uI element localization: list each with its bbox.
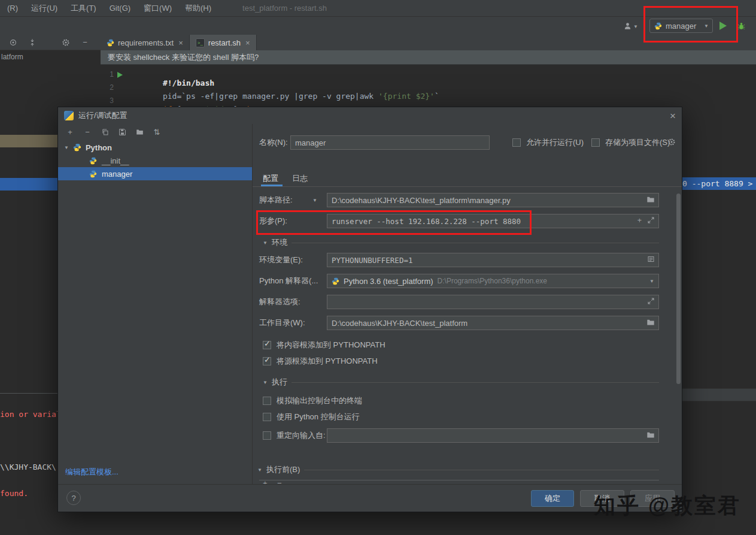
tree-item-python-root[interactable]: ▼ Python [58,141,252,154]
section-collapse-icon: ▼ [263,380,268,385]
parameters-input[interactable]: runserver --host 192.168.2.228 --port 88… [327,214,659,228]
run-gutter-icon[interactable] [117,72,123,78]
debug-bug-icon[interactable] [736,21,746,31]
script-path-input[interactable]: D:\codehaus\KJHY-BACK\test_platform\mana… [327,193,659,207]
python-console-checkbox[interactable] [263,413,271,421]
collapse-all-icon[interactable] [28,38,37,47]
allow-parallel-checkbox[interactable] [512,138,521,147]
name-input[interactable]: manager [290,135,490,150]
run-config-selector[interactable]: manager ▼ [649,19,713,33]
menu-item-r[interactable]: (R) [7,4,18,13]
expander-icon[interactable]: ▼ [64,145,69,150]
workdir-value: D:\codehaus\KJHY-BACK\test_platform [332,319,467,328]
insert-macro-icon[interactable]: + [637,216,642,225]
interpreter-label: Python 解释器(... [259,274,318,288]
add-content-roots-checkbox[interactable] [263,341,271,349]
section-rule [292,243,659,243]
folder-browse-icon[interactable] [646,431,655,441]
expand-field-icon[interactable] [647,216,655,226]
section-rule [304,470,659,470]
redirect-input-path[interactable] [327,428,659,443]
close-icon[interactable]: × [245,38,250,47]
line-number: 1 [102,70,114,78]
help-button[interactable]: ? [66,491,81,505]
env-vars-input[interactable]: PYTHONUNBUFFERED=1 [327,253,659,267]
tabs-divider [253,186,682,187]
python-console-row: 使用 Python 控制台运行 [263,412,360,422]
dialog-scrollbar[interactable] [676,194,681,384]
section-execution[interactable]: ▼ 执行 [263,377,659,388]
menu-item-run[interactable]: 运行(U) [31,3,57,14]
env-vars-list-icon[interactable] [647,255,655,265]
store-project-checkbox[interactable] [591,138,600,147]
tree-item-label: __init__ [102,156,129,165]
workdir-label: 工作目录(W): [259,316,305,330]
editor-tab-bar: requirements.txt × >_ restart.sh × [101,35,756,51]
python-icon [72,143,82,152]
line-number: 3 [102,96,114,105]
chevron-down-icon[interactable]: ▼ [312,198,317,203]
parameters-label: 形参(P): [259,214,287,228]
tree-item-init[interactable]: __init__ [58,154,252,167]
hide-panel-icon[interactable]: − [80,38,90,47]
emulate-terminal-checkbox[interactable] [263,397,271,405]
menu-item-window[interactable]: 窗口(W) [144,3,172,14]
folder-browse-icon[interactable] [646,195,655,205]
emulate-terminal-label[interactable]: 模拟输出控制台中的终端 [277,395,362,406]
section-environment[interactable]: ▼ 环境 [263,237,659,248]
save-config-icon[interactable] [117,127,127,137]
menu-bar: (R) 运行(U) 工具(T) Git(G) 窗口(W) 帮助(H) test_… [0,0,756,17]
edit-templates-link[interactable]: 编辑配置模板... [65,467,119,477]
interp-options-label: 解释器选项: [259,295,300,309]
interpreter-select[interactable]: Python 3.6 (test_platform) D:\Programs\P… [327,274,659,288]
gear-icon[interactable] [667,137,676,147]
chevron-down-icon: ▼ [704,23,709,29]
workdir-input[interactable]: D:\codehaus\KJHY-BACK\test_platform [327,316,659,330]
add-content-roots-label[interactable]: 将内容根添加到 PYTHONPATH [277,340,385,350]
user-icon[interactable] [623,21,632,31]
interpreter-path: D:\Programs\Python36\python.exe [438,277,547,285]
menu-item-tools[interactable]: 工具(T) [71,3,96,14]
sort-configs-icon[interactable]: ⇅ [152,127,162,137]
expand-field-icon[interactable] [647,297,655,307]
redirect-input-checkbox[interactable] [263,431,271,440]
redirect-input-label[interactable]: 重定向输入自: [277,430,326,441]
python-icon [88,156,98,165]
run-button[interactable] [719,22,727,30]
section-before-launch[interactable]: ▼ 执行前(B) [257,464,659,475]
tab-requirements[interactable]: requirements.txt × [101,35,190,50]
add-source-roots-checkbox[interactable] [263,357,271,365]
tool-window-header-fragment [682,388,756,401]
menu-item-help[interactable]: 帮助(H) [185,3,211,14]
tab-logs[interactable]: 日志 [292,173,308,184]
interp-options-input[interactable] [327,295,659,309]
close-icon[interactable]: × [178,38,183,47]
chevron-down-icon: ▼ [649,279,654,284]
project-tree-partial-label: latform [1,53,23,61]
main-toolbar: ▼ manager ▼ [0,17,756,35]
config-tree-toolbar: + − ⇅ [58,124,252,140]
add-source-roots-label[interactable]: 将源根添加到 PYTHONPATH [277,356,378,367]
add-config-icon[interactable]: + [65,127,75,137]
copy-config-icon[interactable] [100,127,110,137]
env-vars-label: 环境变量(E): [259,253,303,267]
remove-config-icon[interactable]: − [83,127,92,137]
locate-file-icon[interactable] [8,38,18,47]
notification-banner: 要安装 shellcheck 来验证您的 shell 脚本吗? [101,50,756,65]
python-console-label[interactable]: 使用 Python 控制台运行 [277,412,360,422]
section-collapse-icon: ▼ [257,467,262,473]
menu-item-git[interactable]: Git(G) [110,4,130,13]
run-config-name: manager [666,22,696,31]
folder-browse-icon[interactable] [646,318,655,328]
close-icon[interactable]: × [670,111,676,121]
tree-item-manager[interactable]: manager [58,167,252,180]
allow-parallel-label[interactable]: 允许并行运行(U) [526,137,584,148]
move-to-folder-icon[interactable] [135,127,144,137]
project-tree-highlight-row [0,135,57,147]
tab-config[interactable]: 配置 [263,173,278,184]
ok-button[interactable]: 确定 [531,490,574,507]
tab-restart-sh[interactable]: >_ restart.sh × [190,35,257,50]
python-file-icon [107,39,114,47]
store-project-label[interactable]: 存储为项目文件(S) [605,137,670,148]
gear-icon[interactable] [61,38,71,47]
